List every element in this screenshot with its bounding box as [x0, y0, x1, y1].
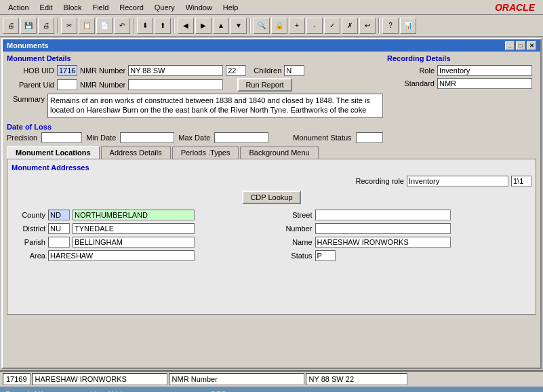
toolbar-btn-8[interactable]: ⬇ — [137, 18, 153, 34]
county-value-input[interactable] — [73, 210, 195, 220]
parish-value-input[interactable] — [73, 237, 195, 248]
status-row: Status — [279, 250, 532, 261]
nmr-number2-input[interactable] — [128, 79, 223, 90]
toolbar-btn-16[interactable]: + — [289, 18, 305, 34]
parent-uid-input[interactable] — [57, 79, 77, 90]
district-value-input[interactable] — [73, 223, 195, 234]
district-code-input[interactable] — [48, 223, 70, 234]
maximize-button[interactable]: □ — [516, 41, 525, 50]
toolbar-btn-6[interactable]: 📄 — [96, 18, 113, 34]
top-sections: Monument Details HOB UID NMR Number Chil… — [7, 54, 536, 120]
cdp-lookup-button[interactable]: CDP Lookup — [242, 191, 300, 204]
menu-edit[interactable]: Edit — [35, 2, 58, 13]
toolbar-btn-1[interactable]: 🖨 — [3, 18, 19, 34]
hob-uid-label: HOB UID — [7, 66, 54, 75]
min-date-label: Min Date — [86, 134, 116, 142]
toolbar-btn-22[interactable]: 📊 — [400, 18, 416, 34]
standard-input[interactable] — [437, 78, 532, 89]
area-label: Area — [12, 252, 45, 260]
children-input[interactable] — [284, 65, 304, 76]
number-row: Number — [279, 223, 532, 234]
menu-record[interactable]: Record — [114, 2, 148, 13]
status-field-3: NMR Number — [169, 373, 304, 385]
recording-details-section: Recording Details Role Standard — [387, 54, 536, 120]
parish-label: Parish — [12, 238, 45, 246]
toolbar-btn-3[interactable]: 🖨 — [38, 18, 54, 34]
minimize-button[interactable]: _ — [505, 41, 515, 50]
toolbar-btn-14[interactable]: 🔍 — [254, 18, 270, 34]
menu-help[interactable]: Help — [218, 2, 244, 13]
district-label: District — [12, 224, 45, 233]
sep5 — [378, 18, 380, 33]
monument-details-title: Monument Details — [7, 54, 383, 62]
toolbar-btn-21[interactable]: ? — [382, 18, 399, 34]
nmr-suffix-input[interactable] — [226, 65, 246, 76]
toolbar-btn-13[interactable]: ▼ — [230, 18, 247, 34]
menu-field[interactable]: Field — [87, 2, 114, 13]
toolbar-btn-11[interactable]: ▶ — [195, 18, 212, 34]
menu-block[interactable]: Block — [58, 2, 87, 13]
precision-input[interactable] — [41, 132, 82, 143]
bottombar: Record: 1/1 List of Valu... <OSC> — [0, 387, 543, 392]
date-of-loss-title: Date of Loss — [7, 123, 536, 131]
max-date-input[interactable] — [214, 132, 268, 143]
recording-details-title: Recording Details — [387, 54, 536, 62]
summary-row: Summary Remains of an iron works of cons… — [7, 94, 383, 118]
tabs: Monument Locations Address Details Perio… — [7, 146, 536, 159]
toolbar-btn-4[interactable]: ✂ — [61, 18, 77, 34]
menu-window[interactable]: Window — [180, 2, 218, 13]
sep2 — [133, 18, 134, 33]
parent-uid-row: Parent Uid NMR Number Run Report — [7, 78, 383, 92]
status-field-2: HARESHAW IRONWORKS — [32, 373, 167, 385]
toolbar-btn-12[interactable]: ▲ — [213, 18, 229, 34]
close-button[interactable]: ✕ — [527, 41, 536, 50]
role-input[interactable] — [437, 65, 532, 76]
window-content: Monument Details HOB UID NMR Number Chil… — [3, 52, 540, 317]
children-label: Children — [254, 66, 281, 75]
monument-status-input[interactable] — [356, 132, 383, 143]
min-date-input[interactable] — [120, 132, 174, 143]
recording-role-count[interactable] — [511, 176, 531, 187]
sep3 — [174, 18, 175, 33]
recording-role-input[interactable] — [407, 176, 508, 187]
street-value-input[interactable] — [315, 210, 451, 220]
toolbar-btn-2[interactable]: 💾 — [20, 18, 37, 34]
county-code-input[interactable] — [48, 210, 70, 220]
area-value-input[interactable] — [48, 250, 195, 261]
nmr-number-label: NMR Number — [80, 66, 125, 75]
name-value-input[interactable] — [315, 237, 451, 248]
toolbar-btn-9[interactable]: ⬆ — [155, 18, 171, 34]
tab-periods-types[interactable]: Periods .Types — [172, 146, 239, 159]
run-report-button[interactable]: Run Report — [237, 78, 291, 92]
standard-row: Standard — [387, 78, 536, 89]
standard-label: Standard — [387, 79, 435, 87]
toolbar-btn-19[interactable]: ✗ — [342, 18, 358, 34]
toolbar-btn-15[interactable]: 🔒 — [271, 18, 287, 34]
toolbar-btn-20[interactable]: ↩ — [359, 18, 376, 34]
status-label: Status — [279, 252, 313, 260]
recording-role-row: Recording role — [12, 176, 531, 187]
hob-uid-input[interactable] — [57, 65, 77, 76]
cdp-btn-row: CDP Lookup — [12, 191, 531, 204]
tab-background-menu[interactable]: Background Menu — [240, 146, 318, 159]
toolbar-btn-10[interactable]: ◀ — [178, 18, 194, 34]
toolbar-btn-7[interactable]: ↶ — [114, 18, 130, 34]
hob-uid-row: HOB UID NMR Number Children — [7, 65, 383, 76]
menu-query[interactable]: Query — [149, 2, 180, 13]
county-label: County — [12, 211, 45, 219]
street-label: Street — [279, 211, 313, 219]
tab-address-details[interactable]: Address Details — [101, 146, 171, 159]
toolbar-btn-17[interactable]: - — [306, 18, 323, 34]
nmr-number-input[interactable] — [128, 65, 223, 76]
window-title: Monuments — [7, 41, 505, 50]
toolbar-btn-5[interactable]: 📋 — [79, 18, 95, 34]
number-value-input[interactable] — [315, 223, 451, 234]
date-of-loss-row: Precision Min Date Max Date Monument Sta… — [7, 132, 536, 143]
menu-action[interactable]: Action — [3, 2, 35, 13]
name-label: Name — [279, 238, 313, 246]
toolbar: 🖨 💾 🖨 ✂ 📋 📄 ↶ ⬇ ⬆ ◀ ▶ ▲ ▼ 🔍 🔒 + - ✓ ✗ ↩ … — [0, 15, 543, 37]
tab-monument-locations[interactable]: Monument Locations — [7, 146, 100, 159]
parish-code-input[interactable] — [48, 237, 70, 248]
toolbar-btn-18[interactable]: ✓ — [324, 18, 340, 34]
status-value-input[interactable] — [315, 250, 336, 261]
